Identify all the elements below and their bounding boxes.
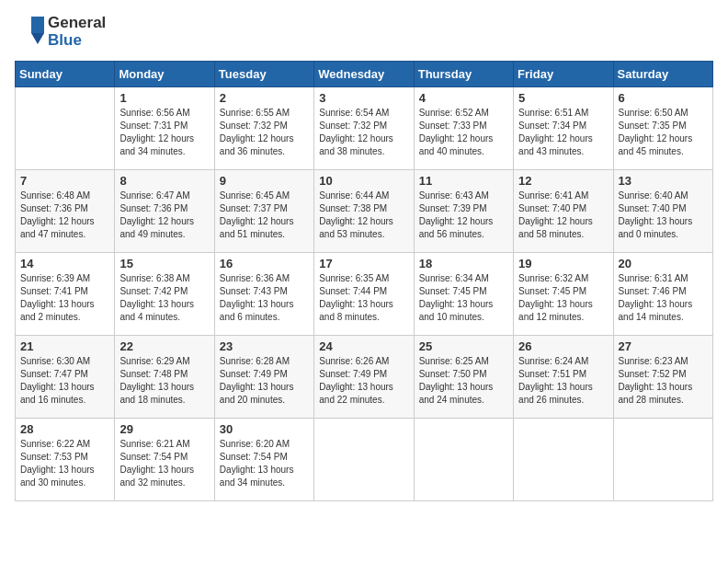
day-info: Sunrise: 6:48 AM Sunset: 7:36 PM Dayligh… — [20, 190, 109, 241]
day-number: 3 — [319, 91, 408, 105]
weekday-header-thursday: Thursday — [414, 62, 513, 87]
calendar-cell: 2Sunrise: 6:55 AM Sunset: 7:32 PM Daylig… — [214, 87, 313, 170]
calendar-cell: 11Sunrise: 6:43 AM Sunset: 7:39 PM Dayli… — [414, 170, 513, 253]
calendar-cell: 13Sunrise: 6:40 AM Sunset: 7:40 PM Dayli… — [613, 170, 712, 253]
day-number: 5 — [518, 91, 608, 105]
day-info: Sunrise: 6:30 AM Sunset: 7:47 PM Dayligh… — [20, 355, 109, 407]
logo-svg — [15, 15, 44, 50]
day-info: Sunrise: 6:25 AM Sunset: 7:50 PM Dayligh… — [419, 355, 508, 407]
day-info: Sunrise: 6:47 AM Sunset: 7:36 PM Dayligh… — [119, 190, 209, 241]
day-info: Sunrise: 6:21 AM Sunset: 7:54 PM Dayligh… — [119, 438, 209, 489]
calendar-cell: 24Sunrise: 6:26 AM Sunset: 7:49 PM Dayli… — [314, 336, 414, 419]
day-number: 6 — [619, 91, 708, 105]
day-number: 1 — [119, 91, 209, 105]
calendar-cell: 27Sunrise: 6:23 AM Sunset: 7:52 PM Dayli… — [613, 336, 712, 419]
calendar-week-1: 1Sunrise: 6:56 AM Sunset: 7:31 PM Daylig… — [16, 87, 713, 170]
calendar-cell: 26Sunrise: 6:24 AM Sunset: 7:51 PM Dayli… — [514, 336, 613, 419]
calendar-cell: 28Sunrise: 6:22 AM Sunset: 7:53 PM Dayli… — [16, 419, 115, 501]
calendar-cell: 14Sunrise: 6:39 AM Sunset: 7:41 PM Dayli… — [16, 253, 115, 336]
calendar-cell: 10Sunrise: 6:44 AM Sunset: 7:38 PM Dayli… — [314, 170, 414, 253]
day-number: 14 — [20, 257, 109, 270]
calendar-cell: 21Sunrise: 6:30 AM Sunset: 7:47 PM Dayli… — [16, 336, 115, 419]
day-info: Sunrise: 6:44 AM Sunset: 7:38 PM Dayligh… — [319, 190, 408, 241]
calendar-cell: 7Sunrise: 6:48 AM Sunset: 7:36 PM Daylig… — [16, 170, 115, 253]
weekday-header-saturday: Saturday — [613, 62, 712, 87]
day-info: Sunrise: 6:40 AM Sunset: 7:40 PM Dayligh… — [619, 190, 708, 241]
weekday-header-row: SundayMondayTuesdayWednesdayThursdayFrid… — [16, 62, 713, 87]
calendar-cell: 6Sunrise: 6:50 AM Sunset: 7:35 PM Daylig… — [613, 87, 712, 170]
calendar-cell: 30Sunrise: 6:20 AM Sunset: 7:54 PM Dayli… — [214, 419, 313, 501]
calendar-cell: 17Sunrise: 6:35 AM Sunset: 7:44 PM Dayli… — [314, 253, 414, 336]
weekday-header-wednesday: Wednesday — [314, 62, 414, 87]
day-number: 24 — [319, 339, 408, 353]
day-info: Sunrise: 6:55 AM Sunset: 7:32 PM Dayligh… — [220, 107, 309, 158]
calendar-week-4: 21Sunrise: 6:30 AM Sunset: 7:47 PM Dayli… — [16, 336, 713, 419]
day-number: 21 — [20, 339, 109, 353]
day-number: 17 — [319, 257, 408, 270]
day-info: Sunrise: 6:22 AM Sunset: 7:53 PM Dayligh… — [20, 438, 109, 489]
day-number: 30 — [220, 422, 309, 436]
day-number: 10 — [319, 174, 408, 188]
day-number: 15 — [119, 257, 209, 270]
weekday-header-sunday: Sunday — [16, 62, 115, 87]
day-info: Sunrise: 6:56 AM Sunset: 7:31 PM Dayligh… — [119, 107, 209, 158]
calendar-cell: 12Sunrise: 6:41 AM Sunset: 7:40 PM Dayli… — [514, 170, 613, 253]
calendar-cell: 16Sunrise: 6:36 AM Sunset: 7:43 PM Dayli… — [214, 253, 313, 336]
day-number: 12 — [518, 174, 608, 188]
day-info: Sunrise: 6:39 AM Sunset: 7:41 PM Dayligh… — [20, 272, 109, 324]
day-number: 19 — [518, 257, 608, 270]
weekday-header-tuesday: Tuesday — [214, 62, 313, 87]
day-number: 7 — [20, 174, 109, 188]
calendar-body: 1Sunrise: 6:56 AM Sunset: 7:31 PM Daylig… — [16, 87, 713, 501]
day-number: 8 — [119, 174, 209, 188]
calendar-cell: 19Sunrise: 6:32 AM Sunset: 7:45 PM Dayli… — [514, 253, 613, 336]
weekday-header-monday: Monday — [115, 62, 214, 87]
day-info: Sunrise: 6:34 AM Sunset: 7:45 PM Dayligh… — [419, 272, 508, 324]
logo-text-general: General — [48, 15, 106, 32]
header: GeneralBlue — [15, 15, 713, 50]
calendar-cell: 8Sunrise: 6:47 AM Sunset: 7:36 PM Daylig… — [115, 170, 214, 253]
day-info: Sunrise: 6:31 AM Sunset: 7:46 PM Dayligh… — [619, 272, 708, 324]
calendar-week-2: 7Sunrise: 6:48 AM Sunset: 7:36 PM Daylig… — [16, 170, 713, 253]
calendar-cell: 9Sunrise: 6:45 AM Sunset: 7:37 PM Daylig… — [214, 170, 313, 253]
calendar-cell: 18Sunrise: 6:34 AM Sunset: 7:45 PM Dayli… — [414, 253, 513, 336]
calendar-cell: 1Sunrise: 6:56 AM Sunset: 7:31 PM Daylig… — [115, 87, 214, 170]
logo-text-blue: Blue — [48, 32, 106, 50]
day-number: 29 — [119, 422, 209, 436]
calendar-week-3: 14Sunrise: 6:39 AM Sunset: 7:41 PM Dayli… — [16, 253, 713, 336]
day-number: 22 — [119, 339, 209, 353]
calendar-table: SundayMondayTuesdayWednesdayThursdayFrid… — [15, 61, 713, 501]
day-number: 27 — [619, 339, 708, 353]
weekday-header-friday: Friday — [514, 62, 613, 87]
day-info: Sunrise: 6:20 AM Sunset: 7:54 PM Dayligh… — [220, 438, 309, 489]
day-info: Sunrise: 6:28 AM Sunset: 7:49 PM Dayligh… — [220, 355, 309, 407]
calendar-cell: 29Sunrise: 6:21 AM Sunset: 7:54 PM Dayli… — [115, 419, 214, 501]
calendar-cell: 3Sunrise: 6:54 AM Sunset: 7:32 PM Daylig… — [314, 87, 414, 170]
day-number: 23 — [220, 339, 309, 353]
calendar-week-5: 28Sunrise: 6:22 AM Sunset: 7:53 PM Dayli… — [16, 419, 713, 501]
day-info: Sunrise: 6:32 AM Sunset: 7:45 PM Dayligh… — [518, 272, 608, 324]
day-number: 28 — [20, 422, 109, 436]
day-info: Sunrise: 6:29 AM Sunset: 7:48 PM Dayligh… — [119, 355, 209, 407]
day-number: 26 — [518, 339, 608, 353]
day-number: 4 — [419, 91, 508, 105]
calendar-cell — [414, 419, 513, 501]
calendar-cell — [314, 419, 414, 501]
day-info: Sunrise: 6:35 AM Sunset: 7:44 PM Dayligh… — [319, 272, 408, 324]
day-number: 18 — [419, 257, 508, 270]
calendar-cell — [613, 419, 712, 501]
day-info: Sunrise: 6:36 AM Sunset: 7:43 PM Dayligh… — [220, 272, 309, 324]
svg-marker-0 — [31, 17, 44, 33]
day-info: Sunrise: 6:52 AM Sunset: 7:33 PM Dayligh… — [419, 107, 508, 158]
day-info: Sunrise: 6:24 AM Sunset: 7:51 PM Dayligh… — [518, 355, 608, 407]
calendar-cell: 23Sunrise: 6:28 AM Sunset: 7:49 PM Dayli… — [214, 336, 313, 419]
day-number: 2 — [220, 91, 309, 105]
day-info: Sunrise: 6:50 AM Sunset: 7:35 PM Dayligh… — [619, 107, 708, 158]
day-info: Sunrise: 6:41 AM Sunset: 7:40 PM Dayligh… — [518, 190, 608, 241]
day-info: Sunrise: 6:38 AM Sunset: 7:42 PM Dayligh… — [119, 272, 209, 324]
calendar-cell: 22Sunrise: 6:29 AM Sunset: 7:48 PM Dayli… — [115, 336, 214, 419]
calendar-cell — [16, 87, 115, 170]
calendar-cell: 4Sunrise: 6:52 AM Sunset: 7:33 PM Daylig… — [414, 87, 513, 170]
calendar-cell: 25Sunrise: 6:25 AM Sunset: 7:50 PM Dayli… — [414, 336, 513, 419]
calendar-cell: 20Sunrise: 6:31 AM Sunset: 7:46 PM Dayli… — [613, 253, 712, 336]
